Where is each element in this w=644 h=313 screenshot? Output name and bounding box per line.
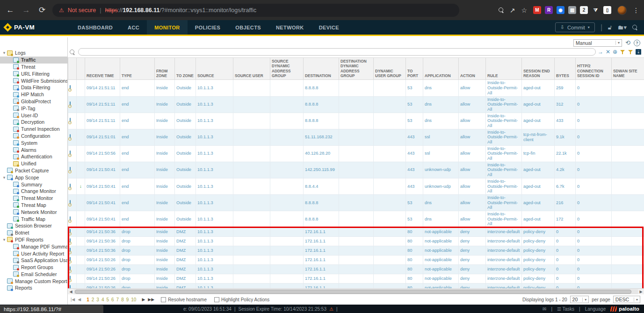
cell-receive-time[interactable]: 09/14 21:50:36 [85,246,120,256]
cell-receive-time[interactable]: 09/14 21:50:41 [85,194,120,211]
highlight-policy-option[interactable]: Highlight Policy Actions [214,297,269,302]
bookmark-star-icon[interactable]: ☆ [521,7,527,14]
address-bar[interactable]: ⚠ Not secure | https://192.168.86.11/?#m… [52,4,459,17]
cell-destination[interactable]: 8.8.8.8 [304,211,339,227]
cell-source[interactable]: 10.1.1.3 [196,113,233,129]
cell-application[interactable]: not-applicable [423,256,459,265]
page-number-10[interactable]: 10 [131,297,136,302]
cell-destination[interactable]: 8.8.8.8 [304,96,339,113]
cell-action[interactable]: allow [459,194,486,211]
cell-application[interactable]: not-applicable [423,265,459,274]
column-header-to-port[interactable]: To Port [406,58,423,80]
cell-to-port[interactable]: 443 [406,162,423,178]
sidebar-item-globalprotect[interactable]: GlobalProtect [0,98,67,105]
cell-http2-connection-session-id[interactable]: 0 [576,284,612,289]
sidebar-item-saas-application-usage[interactable]: SaaS Application Usage [0,257,67,264]
column-header-receive-time[interactable]: Receive Time [85,58,120,80]
cell-to-port[interactable]: 80 [406,256,423,265]
cell-to-port[interactable]: 53 [406,96,423,113]
log-row[interactable]: 09/14 21:50:36dropInsideDMZ10.1.1.3172.1… [68,237,644,246]
cell-bytes[interactable]: 4.2k [555,162,576,178]
cell-type[interactable]: end [120,145,155,162]
cell-bytes[interactable]: 0 [555,284,576,289]
sidebar-item-botnet[interactable]: Botnet [0,229,67,236]
sidebar-item-traffic[interactable]: Traffic [0,57,67,64]
sidebar-item-threat-map[interactable]: Threat Map [0,202,67,209]
cell-http2-connection-session-id[interactable]: 0 [576,256,612,265]
r-extension-icon[interactable]: R [545,6,553,14]
cell-receive-time[interactable]: 09/14 21:50:41 [85,211,120,227]
log-detail-icon[interactable] [70,229,71,235]
cell-source[interactable]: 10.1.1.3 [196,145,233,162]
cell-to-zone[interactable]: Outside [175,211,196,227]
column-header-flag[interactable] [77,58,85,80]
cell-action[interactable]: allow [459,96,486,113]
cell-receive-time[interactable]: 09/14 21:50:36 [85,228,120,237]
cell-http2-connection-session-id[interactable]: 0 [576,194,612,211]
cloud-extension-icon[interactable]: 2 [580,6,588,14]
cell-type[interactable]: end [120,211,155,227]
sidebar-item-url-filtering[interactable]: URL Filtering [0,70,67,77]
cell-bytes[interactable]: 172 [555,211,576,227]
cell-source[interactable]: 10.1.1.3 [196,265,233,274]
cell-session-end-reason[interactable]: policy-deny [522,265,555,274]
cell-type[interactable]: end [120,129,155,145]
column-header-dynamic-user-group[interactable]: Dynamic User Group [374,58,406,80]
cell-application[interactable]: not-applicable [423,274,459,284]
sidebar-item-threat[interactable]: Threat [0,64,67,71]
sidebar-item-data-filtering[interactable]: Data Filtering [0,84,67,91]
cell-source[interactable]: 10.1.1.3 [196,228,233,237]
log-detail-icon[interactable] [70,134,71,140]
cell-source[interactable]: 10.1.1.3 [196,80,233,96]
log-row[interactable]: ↓09/14 21:50:41endInsideOutside10.1.1.38… [68,178,644,194]
page-number-6[interactable]: 6 [111,297,114,302]
cell-receive-time[interactable]: 09/14 21:51:01 [85,129,120,145]
column-header-session-end-reason[interactable]: Session End Reason [522,58,555,80]
cell-http2-connection-session-id[interactable]: 0 [576,113,612,129]
sidebar-item-manage-custom-reports[interactable]: Manage Custom Reports [0,277,67,285]
page-number-1[interactable]: 1 [87,297,89,302]
cell-session-end-reason[interactable]: aged-out [522,162,555,178]
scrollbar-thumb[interactable] [75,290,631,294]
collapse-chevron-icon[interactable]: ▾ [1,237,7,242]
column-header-sdwan-site-name[interactable]: SDWAN Site Name [612,58,644,80]
refresh-icon[interactable]: ⟲ [625,39,630,46]
export-logs-icon[interactable]: ⇣ [636,49,641,55]
cell-http2-connection-session-id[interactable]: 0 [576,237,612,246]
sidebar-item-email-scheduler[interactable]: Email Scheduler [0,271,67,278]
cell-source[interactable]: 10.1.1.3 [196,237,233,246]
cell-action[interactable]: allow [459,162,486,178]
sidebar-item-manage-pdf-summary[interactable]: Manage PDF Summary [0,243,67,250]
cell-type[interactable]: drop [120,237,155,246]
cell-application[interactable]: not-applicable [423,246,459,256]
log-row[interactable]: 09/14 21:50:26dropInsideDMZ10.1.1.3172.1… [68,256,644,265]
add-filter-icon[interactable]: ⊕ [613,49,617,55]
cell-bytes[interactable]: 0 [555,256,576,265]
sidebar-item-pdf-reports[interactable]: ▾PDF Reports [0,236,67,243]
cell-application[interactable]: unknown-udp [423,162,459,178]
cell-application[interactable]: dns [423,211,459,227]
log-detail-icon[interactable] [70,184,71,189]
cell-source[interactable]: 10.1.1.3 [196,194,233,211]
cell-rule[interactable]: Inside-to-Outside-Permit-All [486,113,522,129]
cell-receive-time[interactable]: 09/14 21:50:56 [85,145,120,162]
not-secure-warning-icon[interactable]: ⚠ [59,7,64,14]
log-row[interactable]: 09/14 21:50:56endInsideOutside10.1.1.340… [68,145,644,162]
zoom-search-icon[interactable] [499,7,504,13]
cell-action[interactable]: deny [459,265,486,274]
cell-session-end-reason[interactable]: aged-out [522,80,555,96]
cell-to-zone[interactable]: Outside [175,113,196,129]
cell-action[interactable]: allow [459,211,486,227]
cell-application[interactable]: ssl [423,129,459,145]
cell-to-port[interactable]: 53 [406,211,423,227]
cell-bytes[interactable]: 0 [555,237,576,246]
cell-to-zone[interactable]: DMZ [175,256,196,265]
cell-to-port[interactable]: 443 [406,178,423,194]
page-number-8[interactable]: 8 [121,297,124,302]
log-row[interactable]: 09/14 21:50:41endInsideOutside10.1.1.38.… [68,211,644,227]
log-detail-icon[interactable] [70,257,71,263]
cell-receive-time[interactable]: 09/14 21:51:11 [85,80,120,96]
cell-http2-connection-session-id[interactable]: 0 [576,162,612,178]
cell-to-zone[interactable]: Outside [175,178,196,194]
log-row[interactable]: 09/14 21:50:26dropInsideDMZ10.1.1.3172.1… [68,284,644,289]
